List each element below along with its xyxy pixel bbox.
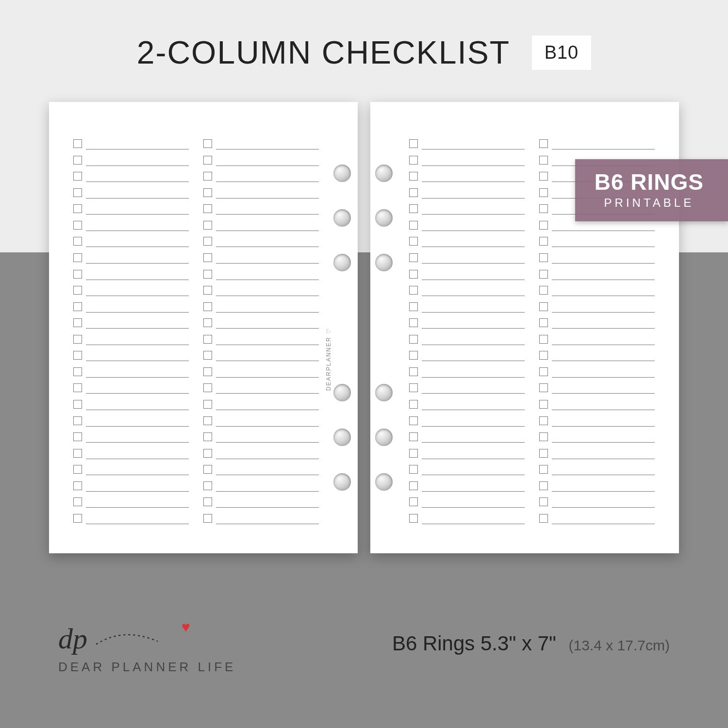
checkbox-icon [539, 383, 548, 392]
product-code-badge: B10 [532, 35, 592, 70]
write-line [216, 149, 319, 149]
checklist-row [409, 168, 525, 182]
checkbox-icon [539, 400, 548, 409]
write-line [422, 524, 525, 524]
checklist-row [409, 217, 525, 231]
write-line [422, 312, 525, 313]
checkbox-icon [73, 139, 82, 148]
write-line [552, 280, 655, 280]
ring-hole-icon [333, 473, 351, 491]
checklist-row [409, 413, 525, 427]
checklist-row [203, 299, 319, 313]
checklist-row [409, 511, 525, 524]
checkbox-icon [409, 286, 418, 295]
checklist-row [73, 185, 189, 199]
write-line [552, 296, 655, 296]
checklist-row [73, 233, 189, 247]
write-line [422, 182, 525, 182]
write-line [422, 426, 525, 427]
checkbox-icon [409, 204, 418, 213]
checklist-row [409, 315, 525, 329]
checklist-row [409, 494, 525, 508]
write-line [86, 491, 189, 492]
checkbox-icon [73, 514, 82, 523]
write-line [422, 165, 525, 166]
checkbox-icon [409, 432, 418, 441]
write-line [216, 393, 319, 394]
checklist-page-left: DEARPLANNER ♡ [49, 102, 358, 553]
checklist-row [539, 511, 655, 524]
write-line [86, 393, 189, 394]
checklist-row [203, 364, 319, 378]
checklist-column [73, 136, 189, 524]
write-line [422, 393, 525, 394]
checklist-row [203, 397, 319, 410]
checkbox-icon [409, 351, 418, 360]
checklist-row [203, 185, 319, 199]
write-line [552, 361, 655, 361]
checklist-row [203, 233, 319, 247]
checklist-row [409, 299, 525, 313]
checklist-row [409, 185, 525, 199]
checkbox-icon [539, 302, 548, 311]
checklist-row [409, 446, 525, 459]
write-line [552, 475, 655, 475]
heart-icon: ♥ [182, 619, 190, 635]
write-line [86, 410, 189, 410]
write-line [86, 280, 189, 280]
write-line [86, 247, 189, 247]
checkbox-icon [73, 156, 82, 165]
write-line [216, 247, 319, 247]
format-ribbon: B6 RINGS PRINTABLE [575, 159, 728, 221]
dotted-path-icon [94, 629, 177, 649]
checkbox-icon [73, 286, 82, 295]
checkbox-icon [73, 400, 82, 409]
checklist-columns [73, 136, 319, 524]
checkbox-icon [73, 449, 82, 458]
checkbox-icon [409, 335, 418, 344]
checkbox-icon [409, 497, 418, 506]
write-line [216, 442, 319, 443]
checkbox-icon [409, 253, 418, 262]
ribbon-sub-text: PRINTABLE [595, 196, 704, 210]
checklist-row [539, 136, 655, 149]
checklist-row [409, 347, 525, 361]
checklist-row [203, 282, 319, 296]
checklist-row [539, 315, 655, 329]
write-line [216, 524, 319, 524]
ring-hole-icon [375, 165, 393, 182]
ring-hole-icon [375, 473, 393, 491]
checklist-row [73, 282, 189, 296]
checkbox-icon [409, 481, 418, 490]
checklist-row [539, 347, 655, 361]
write-line [552, 507, 655, 508]
checkbox-icon [203, 400, 212, 409]
write-line [86, 459, 189, 459]
checkbox-icon [203, 514, 212, 523]
write-line [86, 149, 189, 149]
checkbox-icon [73, 465, 82, 474]
checkbox-icon [73, 302, 82, 311]
checkbox-icon [203, 204, 212, 213]
checkbox-icon [73, 253, 82, 262]
checkbox-icon [203, 351, 212, 360]
checklist-row [409, 397, 525, 410]
checklist-row [73, 201, 189, 215]
checkbox-icon [539, 270, 548, 279]
checkbox-icon [409, 221, 418, 230]
brand-name: DEAR PLANNER LIFE [58, 660, 236, 675]
checklist-row [203, 413, 319, 427]
checkbox-icon [539, 351, 548, 360]
write-line [552, 410, 655, 410]
write-line [86, 214, 189, 215]
checklist-row [409, 364, 525, 378]
dimensions-imperial: B6 Rings 5.3" x 7" [392, 632, 556, 655]
write-line [216, 182, 319, 182]
checkbox-icon [203, 156, 212, 165]
write-line [422, 345, 525, 345]
checklist-row [203, 266, 319, 280]
checkbox-icon [539, 221, 548, 230]
checkbox-icon [203, 172, 212, 181]
write-line [86, 361, 189, 361]
write-line [552, 263, 655, 264]
